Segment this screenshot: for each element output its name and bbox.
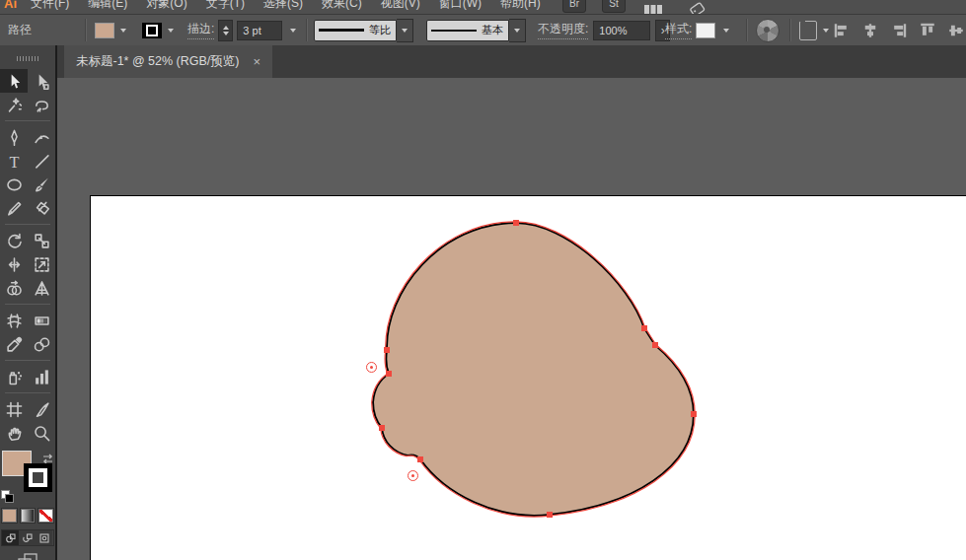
stroke-color-swatch[interactable] (142, 23, 162, 38)
fill-color-dropdown-icon[interactable] (116, 23, 130, 38)
toolbar-divider (5, 392, 50, 393)
document-tab[interactable]: 未标题-1* @ 52% (RGB/预览) × (64, 45, 272, 78)
gpu-performance-icon[interactable] (687, 1, 708, 15)
anchor-target-marker (408, 470, 418, 481)
line-segment-tool[interactable] (28, 149, 55, 173)
shaper-tool[interactable] (0, 196, 28, 220)
style-dropdown-icon[interactable] (719, 23, 733, 38)
anchor-point[interactable] (513, 220, 519, 226)
zoom-tool[interactable] (28, 421, 55, 445)
shape-builder-tool[interactable] (0, 276, 28, 300)
align-left-icon[interactable] (831, 20, 853, 41)
canvas-area[interactable] (57, 78, 966, 560)
eyedropper-tool[interactable] (0, 332, 28, 356)
document-tab-title: 未标题-1* @ 52% (RGB/预览) (76, 53, 240, 70)
anchor-point[interactable] (691, 411, 697, 417)
type-tool[interactable]: T (0, 149, 28, 173)
anchor-point[interactable] (547, 512, 553, 518)
align-right-icon[interactable] (888, 20, 910, 41)
draw-inside-button[interactable] (36, 530, 52, 545)
lasso-tool[interactable] (28, 93, 55, 116)
menu-item-window[interactable]: 窗口(W) (439, 0, 482, 12)
style-panel-link[interactable]: 样式: (665, 21, 692, 39)
style-swatch[interactable] (696, 23, 715, 38)
bridge-button[interactable]: Br (562, 0, 586, 13)
recolor-artwork-icon[interactable] (756, 19, 780, 42)
gradient-mode-button[interactable] (20, 508, 37, 524)
opacity-panel-link[interactable]: 不透明度: (538, 21, 588, 39)
screen-mode-button[interactable] (17, 552, 38, 560)
blend-tool[interactable] (28, 332, 55, 356)
brush-definition-field[interactable]: 基本 (426, 20, 509, 41)
anchor-point[interactable] (641, 325, 647, 331)
rotate-tool[interactable] (0, 229, 28, 252)
anchor-point[interactable] (417, 456, 423, 462)
divider (789, 19, 791, 41)
curvature-tool[interactable] (28, 125, 55, 149)
align-hcenter-icon[interactable] (859, 20, 881, 41)
direct-selection-tool[interactable] (28, 69, 55, 93)
symbol-sprayer-tool[interactable] (0, 365, 28, 388)
toolbar-divider (5, 360, 50, 361)
stroke-panel-link[interactable]: 描边: (187, 21, 214, 39)
workspace-switcher-icon[interactable] (643, 1, 663, 15)
document-setup-icon[interactable] (799, 21, 817, 40)
menu-item-file[interactable]: 文件(F) (31, 0, 69, 12)
toolbar-divider (5, 120, 50, 121)
anchor-point[interactable] (386, 371, 392, 377)
menu-item-object[interactable]: 对象(O) (146, 0, 186, 12)
stroke-weight-stepper[interactable] (218, 20, 233, 41)
menu-item-edit[interactable]: 编辑(E) (88, 0, 127, 12)
menu-bar: Ai 文件(F)编辑(E)对象(O)文字(T)选择(S)效果(C)视图(V)窗口… (0, 0, 966, 15)
swap-fill-stroke-icon[interactable] (41, 451, 55, 462)
hand-tool[interactable] (0, 421, 28, 445)
ellipse-tool[interactable] (0, 173, 28, 196)
stroke-weight-dropdown-icon[interactable] (286, 23, 300, 38)
free-transform-tool[interactable] (28, 252, 55, 276)
toolbar-divider (5, 224, 50, 225)
none-mode-button[interactable] (37, 508, 54, 524)
menu-item-help[interactable]: 帮助(H) (500, 0, 541, 12)
divider (746, 19, 748, 41)
stroke-indicator[interactable] (24, 463, 52, 492)
mesh-tool[interactable] (0, 309, 28, 332)
perspective-grid-tool[interactable] (28, 276, 55, 300)
slice-tool[interactable] (28, 397, 55, 421)
eraser-tool[interactable] (28, 196, 55, 220)
column-graph-tool[interactable] (28, 365, 55, 388)
anchor-point[interactable] (652, 342, 658, 348)
draw-normal-button[interactable] (2, 530, 19, 545)
gradient-tool[interactable] (28, 309, 55, 332)
stock-button[interactable]: St (602, 0, 626, 13)
pen-tool[interactable] (0, 125, 28, 149)
width-tool[interactable] (0, 252, 28, 276)
brush-dropdown-icon[interactable] (509, 19, 526, 42)
stroke-color-dropdown-icon[interactable] (164, 23, 178, 38)
fill-color-swatch[interactable] (95, 23, 114, 38)
anchor-point[interactable] (379, 425, 385, 431)
align-top-icon[interactable] (917, 20, 938, 41)
width-profile-field[interactable]: 等比 (314, 20, 397, 41)
artboard[interactable] (90, 195, 966, 560)
color-mode-button[interactable] (1, 508, 18, 524)
menu-item-effect[interactable]: 效果(C) (322, 0, 362, 12)
opacity-field[interactable]: 100% (593, 21, 650, 40)
anchor-point[interactable] (384, 347, 390, 353)
stroke-weight-field[interactable]: 3 pt (237, 21, 282, 40)
document-tab-bar: 未标题-1* @ 52% (RGB/预览) × (57, 45, 966, 78)
paintbrush-tool[interactable] (28, 173, 55, 196)
tab-close-icon[interactable]: × (254, 55, 261, 68)
menu-item-select[interactable]: 选择(S) (263, 0, 303, 12)
selection-tool[interactable] (0, 69, 28, 93)
menu-item-view[interactable]: 视图(V) (381, 0, 420, 12)
panel-grip[interactable] (17, 56, 38, 61)
align-vcenter-icon[interactable] (945, 20, 966, 41)
scale-tool[interactable] (28, 229, 55, 252)
width-profile-dropdown-icon[interactable] (397, 19, 413, 42)
magic-wand-tool[interactable] (0, 93, 28, 116)
default-fill-stroke-icon[interactable] (1, 490, 13, 502)
artboard-tool[interactable] (0, 397, 28, 421)
draw-behind-button[interactable] (19, 530, 36, 545)
menu-item-type[interactable]: 文字(T) (206, 0, 245, 12)
anchor-target-marker (366, 362, 377, 373)
